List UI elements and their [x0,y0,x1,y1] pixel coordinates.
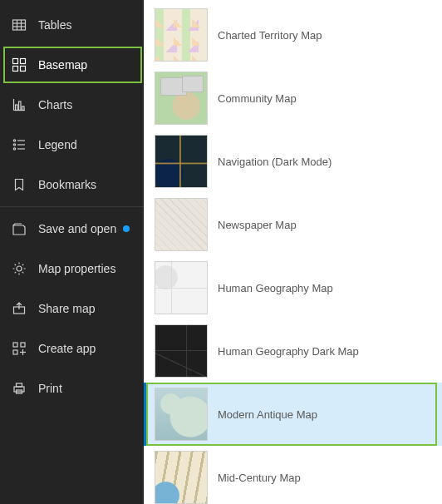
basemap-item-human-geography[interactable]: Human Geography Map [144,256,442,319]
basemap-label: Human Geography Map [218,282,333,294]
sidebar-item-legend[interactable]: Legend [0,125,144,165]
svg-rect-11 [16,105,18,111]
sidebar-item-create-app[interactable]: Create app [0,329,144,368]
basemap-thumbnail [155,324,208,378]
basemap-item-mid-century[interactable]: Mid-Century Map [144,446,442,504]
svg-point-14 [13,140,15,141]
svg-rect-13 [22,106,25,111]
basemap-label: Charted Territory Map [218,29,322,42]
svg-point-18 [13,148,15,150]
save-icon [12,221,27,236]
sidebar-item-label: Charts [38,98,72,111]
basemap-thumbnail [155,72,208,125]
basemap-item-human-geography-dark[interactable]: Human Geography Dark Map [144,319,442,383]
basemap-item-community[interactable]: Community Map [144,67,442,130]
basemap-label: Newspaper Map [218,219,297,231]
sidebar-item-label: Print [38,382,62,395]
basemap-gallery: Charted Territory Map Community Map Navi… [144,0,442,504]
sidebar-item-charts[interactable]: Charts [0,85,144,125]
basemap-item-modern-antique[interactable]: Modern Antique Map [144,383,442,446]
sidebar: Tables Basemap Charts Legend Book [0,0,144,504]
svg-rect-6 [21,59,26,64]
basemap-thumbnail [155,388,208,441]
basemap-label: Mid-Century Map [218,472,301,484]
sidebar-item-map-properties[interactable]: Map properties [0,249,144,289]
basemap-icon [12,57,27,72]
charts-icon [12,97,27,112]
sidebar-item-save-and-open[interactable]: Save and open [0,209,144,249]
basemap-thumbnail [155,261,208,314]
svg-rect-22 [13,343,17,347]
svg-point-16 [13,144,15,146]
sidebar-item-label: Share map [38,302,95,315]
sidebar-item-label: Basemap [38,58,87,72]
basemap-thumbnail [155,198,208,251]
sidebar-item-share-map[interactable]: Share map [0,289,144,329]
svg-rect-23 [21,343,25,347]
svg-point-20 [17,266,22,271]
svg-rect-12 [19,101,22,111]
sidebar-item-label: Create app [38,342,96,355]
print-icon [12,381,27,396]
sidebar-item-bookmarks[interactable]: Bookmarks [0,165,144,205]
sidebar-divider [0,206,144,207]
gear-icon [12,261,27,276]
basemap-thumbnail [155,8,208,62]
sidebar-item-label: Tables [38,18,71,32]
sidebar-item-basemap[interactable]: Basemap [0,45,144,85]
sidebar-item-label: Bookmarks [38,178,96,191]
bookmark-icon [12,177,27,192]
sidebar-item-label: Map properties [38,262,115,275]
svg-rect-28 [17,383,22,387]
basemap-thumbnail [155,135,208,188]
svg-rect-8 [21,67,26,72]
basemap-item-navigation-dark[interactable]: Navigation (Dark Mode) [144,130,442,193]
basemap-label: Human Geography Dark Map [218,345,359,358]
share-icon [12,301,27,316]
basemap-label: Community Map [218,92,297,105]
basemap-label: Modern Antique Map [218,408,317,421]
create-app-icon [12,341,27,356]
basemap-item-charted-territory[interactable]: Charted Territory Map [144,3,442,67]
unsaved-indicator-dot [123,225,130,232]
sidebar-item-label: Save and open [38,222,116,235]
svg-rect-0 [13,20,26,30]
svg-rect-7 [13,67,18,72]
svg-rect-27 [14,387,24,392]
svg-rect-24 [13,350,17,354]
sidebar-item-print[interactable]: Print [0,368,144,408]
svg-rect-5 [13,59,18,64]
basemap-thumbnail [155,451,208,504]
table-icon [12,17,27,32]
basemap-label: Navigation (Dark Mode) [218,156,332,168]
sidebar-item-label: Legend [38,138,77,151]
basemap-item-newspaper[interactable]: Newspaper Map [144,193,442,256]
sidebar-item-tables[interactable]: Tables [0,5,144,45]
legend-icon [12,137,27,152]
